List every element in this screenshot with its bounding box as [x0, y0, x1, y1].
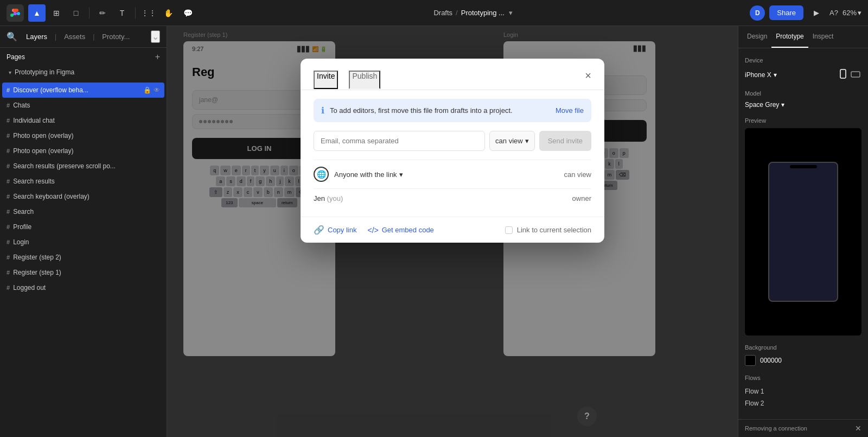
layer-profile[interactable]: # Profile: [2, 219, 164, 235]
permission-dropdown[interactable]: can view ▾: [489, 131, 535, 151]
user-avatar[interactable]: D: [750, 5, 765, 21]
background-section: Background 000000: [745, 344, 861, 366]
checkbox-icon[interactable]: [505, 226, 513, 234]
background-color-swatch[interactable]: [745, 355, 756, 366]
code-icon: </>: [367, 226, 378, 235]
frame-icon: #: [7, 87, 10, 93]
right-panel: Design Prototype Inspect Device iPhone X…: [738, 26, 868, 437]
figma-logo[interactable]: [7, 4, 24, 22]
layer-register-step1[interactable]: # Register (step 1): [2, 265, 164, 280]
eye-icon[interactable]: 👁: [154, 86, 160, 94]
layer-chats[interactable]: # Chats: [2, 98, 164, 113]
layer-name: Logged out: [13, 284, 160, 292]
layer-photo-open-2[interactable]: # Photo open (overlay): [2, 143, 164, 159]
breadcrumb-dropdown[interactable]: ▾: [509, 9, 513, 17]
preview-section: Preview: [745, 117, 861, 335]
bottom-note: Removing a connection ✕: [738, 419, 868, 437]
add-page-button[interactable]: +: [155, 52, 160, 62]
search-icon[interactable]: 🔍: [7, 31, 17, 42]
bottom-note-close-button[interactable]: ✕: [855, 424, 861, 433]
preview-box: [745, 128, 861, 335]
device-section-label: Device: [745, 57, 861, 64]
preview-indicator[interactable]: A?: [829, 9, 838, 17]
pen-tool[interactable]: ✏: [94, 4, 111, 22]
layer-login[interactable]: # Login: [2, 235, 164, 250]
frame-icon: #: [7, 132, 10, 139]
share-button[interactable]: Share: [769, 5, 803, 20]
model-value[interactable]: Space Grey ▾: [745, 101, 861, 109]
layer-search-results-preserve[interactable]: # Search results (preserve scroll po...: [2, 159, 164, 174]
layer-search-results[interactable]: # Search results: [2, 174, 164, 189]
hand-tool[interactable]: ✋: [159, 4, 177, 22]
zoom-level[interactable]: 62% ▾: [843, 9, 861, 17]
lock-icon[interactable]: 🔒: [143, 86, 151, 94]
copy-link-button[interactable]: 🔗 Copy link: [314, 225, 356, 235]
flows-section-label: Flows: [745, 375, 861, 381]
link-permission: can view: [564, 170, 591, 179]
canvas-area[interactable]: Register (step 1) Login 9:27 ▊▊▊ 📶 🔋 Reg…: [167, 26, 738, 437]
breadcrumb-parent[interactable]: Drafts: [433, 9, 452, 17]
device-icons: [839, 68, 861, 81]
layer-name: Chats: [13, 102, 160, 109]
layer-register-step2[interactable]: # Register (step 2): [2, 250, 164, 265]
modal-body: ℹ To add editors, first move this file f…: [301, 90, 604, 217]
modal-close-button[interactable]: ×: [585, 69, 591, 90]
device-section: Device iPhone X ▾: [745, 57, 861, 81]
model-section: Model Space Grey ▾: [745, 90, 861, 109]
text-tool[interactable]: T: [113, 4, 131, 22]
tab-assets[interactable]: Assets: [60, 30, 90, 43]
play-button[interactable]: ▶: [808, 4, 825, 22]
flow-2[interactable]: Flow 2: [745, 397, 861, 409]
tab-design[interactable]: Design: [743, 26, 771, 48]
comment-tool[interactable]: 💬: [179, 4, 196, 22]
modal-tab-invite[interactable]: Invite: [314, 71, 338, 89]
email-input[interactable]: [314, 131, 485, 151]
link-to-selection-label: Link to current selection: [517, 226, 591, 234]
user-you-label: (you): [327, 194, 343, 202]
modal-footer: 🔗 Copy link </> Get embed code Link to c…: [301, 217, 604, 243]
flow-1[interactable]: Flow 1: [745, 385, 861, 397]
tab-prototype[interactable]: Prototy...: [98, 30, 134, 43]
layer-logged-out[interactable]: # Logged out: [2, 280, 164, 295]
layer-individual-chat[interactable]: # Individual chat: [2, 113, 164, 128]
link-to-selection[interactable]: Link to current selection: [505, 226, 591, 234]
tab-inspect[interactable]: Inspect: [808, 26, 838, 48]
move-file-button[interactable]: Move file: [556, 106, 584, 115]
send-invite-button[interactable]: Send invite: [539, 131, 591, 151]
frame-tool[interactable]: ⊞: [48, 4, 65, 22]
breadcrumb-sep: /: [456, 9, 458, 17]
tab-prototype[interactable]: Prototype: [771, 26, 808, 48]
modal-tab-publish[interactable]: Publish: [349, 71, 380, 89]
right-panel-content: Device iPhone X ▾: [738, 48, 868, 419]
phone-landscape-icon[interactable]: [850, 68, 861, 81]
phone-portrait-icon[interactable]: [839, 68, 847, 81]
layer-name: Register (step 2): [13, 254, 160, 261]
svg-rect-2: [851, 72, 860, 77]
link-label[interactable]: Anyone with the link ▾: [334, 170, 403, 179]
select-tool[interactable]: ▲: [28, 4, 46, 22]
svg-rect-1: [840, 69, 846, 78]
layer-search[interactable]: # Search: [2, 204, 164, 219]
device-name[interactable]: iPhone X ▾: [745, 71, 777, 79]
info-banner: ℹ To add editors, first move this file f…: [314, 99, 591, 122]
layer-discover[interactable]: # Discover (overflow beha... 🔒 👁: [2, 83, 164, 98]
page-item-prototyping[interactable]: ▾ Prototyping in Figma: [4, 66, 162, 78]
frame-icon: #: [7, 224, 10, 230]
modal-overlay[interactable]: Invite Publish × ℹ To add editors, first…: [167, 26, 738, 437]
layer-name: Register (step 1): [13, 269, 160, 276]
phone-notch: [790, 165, 817, 168]
frame-tool-2[interactable]: □: [67, 4, 85, 22]
layer-photo-open-1[interactable]: # Photo open (overlay): [2, 128, 164, 143]
preview-section-label: Preview: [745, 117, 861, 124]
page-name: Prototyping in Figma: [15, 68, 74, 76]
layer-search-keyboard[interactable]: # Search keyboard (overlay): [2, 189, 164, 204]
svg-point-0: [17, 12, 20, 15]
layer-actions: 🔒 👁: [143, 86, 160, 94]
embed-code-button[interactable]: </> Get embed code: [367, 226, 433, 235]
panel-more-button[interactable]: ⌄: [151, 30, 160, 43]
background-color-value: 000000: [760, 357, 782, 364]
toolbar-center: Drafts / Prototyping ... ▾: [199, 9, 748, 17]
layer-name: Individual chat: [13, 117, 160, 124]
component-tool[interactable]: ⋮⋮: [140, 4, 157, 22]
tab-layers[interactable]: Layers: [22, 30, 52, 43]
